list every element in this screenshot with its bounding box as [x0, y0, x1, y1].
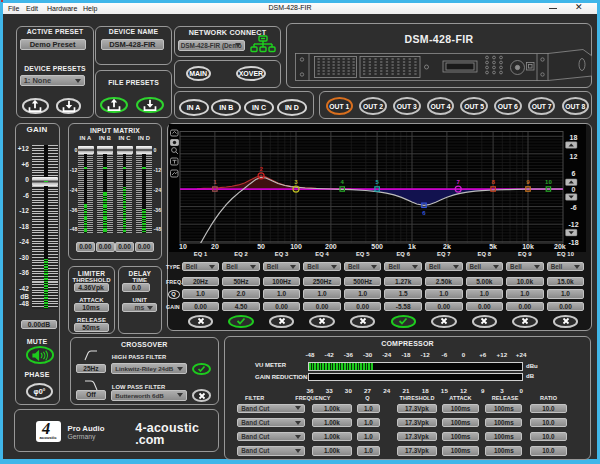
svg-text:-6: -6	[570, 203, 576, 210]
svg-text:500: 500	[371, 243, 383, 250]
svg-text:10: 10	[545, 179, 552, 185]
svg-text:50: 50	[257, 243, 265, 250]
svg-text:200: 200	[325, 243, 337, 250]
svg-text:20k: 20k	[554, 243, 566, 250]
svg-text:20: 20	[211, 243, 219, 250]
svg-text:5k: 5k	[489, 243, 497, 250]
svg-text:2k: 2k	[443, 243, 451, 250]
svg-text:6: 6	[572, 169, 576, 176]
svg-text:12: 12	[570, 153, 578, 160]
svg-text:-18: -18	[568, 238, 578, 245]
svg-text:-12: -12	[568, 221, 578, 228]
svg-text:10k: 10k	[522, 243, 534, 250]
svg-text:0: 0	[572, 186, 576, 193]
svg-text:100: 100	[290, 243, 302, 250]
svg-text:18: 18	[570, 133, 578, 140]
svg-text:1k: 1k	[408, 243, 416, 250]
svg-text:10: 10	[179, 243, 187, 250]
